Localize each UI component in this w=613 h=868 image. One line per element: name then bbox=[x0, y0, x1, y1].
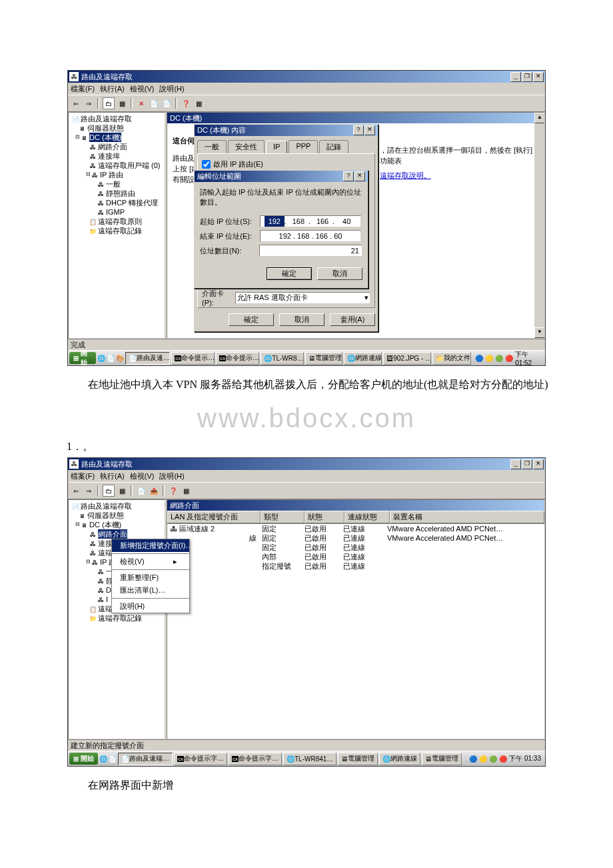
list-icon[interactable]: ▦ bbox=[117, 98, 127, 109]
task-item[interactable]: 🖼902.JPG - … bbox=[383, 352, 431, 365]
tree-item[interactable]: 遠端存取用戶端 (0) bbox=[98, 161, 161, 170]
tree-root[interactable]: 路由及遠端存取 bbox=[81, 501, 132, 511]
task-item[interactable]: 🌐網路連線 bbox=[379, 753, 420, 765]
column-header[interactable]: 類型 bbox=[261, 511, 305, 523]
menu-help[interactable]: 說明(H) bbox=[159, 84, 184, 94]
minimize-button[interactable]: _ bbox=[510, 72, 521, 82]
ctx-view[interactable]: 檢視(V)▸ bbox=[112, 555, 189, 568]
menu-file[interactable]: 檔案(F) bbox=[71, 471, 95, 481]
tree-item[interactable]: 伺服器狀態 bbox=[87, 511, 124, 520]
quick-launch-icon[interactable]: 🎨 bbox=[116, 355, 124, 362]
tree-root[interactable]: 路由及遠端存取 bbox=[81, 114, 132, 123]
scroll-up-icon[interactable]: ▲ bbox=[534, 113, 545, 123]
quick-launch-icon[interactable]: 📄 bbox=[107, 355, 115, 362]
minimize-button[interactable]: _ bbox=[510, 459, 521, 469]
tray-icon[interactable]: 🟡 bbox=[479, 755, 487, 763]
up-icon[interactable]: 🗀 bbox=[103, 485, 115, 497]
help-icon[interactable]: ❓ bbox=[168, 485, 179, 496]
list-item[interactable]: 🖧 區域連線 2固定已啟用已連線VMware Accelerated AMD P… bbox=[167, 524, 544, 533]
task-item[interactable]: 🌐TL-WR841… bbox=[283, 753, 336, 765]
tree-item[interactable]: DHCP 轉接代理 bbox=[106, 198, 158, 207]
tray-icon[interactable]: 🟡 bbox=[485, 355, 493, 362]
tree-item[interactable]: 遠端存取記錄 bbox=[98, 226, 142, 235]
tree-item[interactable]: IP 路由 bbox=[100, 170, 123, 179]
help-icon[interactable]: ❓ bbox=[181, 98, 191, 109]
tab-log[interactable]: 記錄 bbox=[319, 140, 348, 153]
menu-action[interactable]: 執行(A) bbox=[100, 471, 125, 481]
refresh-icon[interactable]: 📄 bbox=[161, 98, 172, 109]
extra-icon[interactable]: ▦ bbox=[181, 485, 191, 496]
quick-launch-icon[interactable]: 🌐 bbox=[97, 355, 105, 362]
tab-ip[interactable]: IP bbox=[266, 141, 287, 154]
count-input[interactable]: 21 bbox=[259, 245, 362, 257]
tray-icon[interactable]: 🔴 bbox=[505, 355, 513, 362]
menu-view[interactable]: 檢視(V) bbox=[130, 84, 155, 94]
back-icon[interactable]: ⇐ bbox=[71, 98, 81, 109]
task-item[interactable]: cx命令提示… bbox=[171, 352, 215, 365]
ok-button[interactable]: 確定 bbox=[267, 267, 312, 280]
tree-item[interactable]: D bbox=[106, 585, 111, 595]
chevron-down-icon[interactable]: ▾ bbox=[364, 293, 368, 302]
tray-icon[interactable]: 🔵 bbox=[469, 755, 477, 763]
tree-item[interactable]: 遠端存取原則 bbox=[98, 217, 142, 226]
export-icon[interactable]: 📤 bbox=[149, 485, 159, 496]
tray-icon[interactable]: 🟢 bbox=[495, 355, 503, 362]
start-button[interactable]: ⊞開始 bbox=[69, 753, 98, 765]
tree-item[interactable]: DC (本機) bbox=[89, 520, 121, 529]
tray-icon[interactable]: 🔵 bbox=[475, 355, 483, 362]
task-item[interactable]: 📁我的文件 bbox=[432, 352, 471, 365]
close-button[interactable]: ✕ bbox=[354, 171, 365, 181]
tree-item[interactable]: 遠端存取記錄 bbox=[98, 613, 142, 623]
task-item[interactable]: cx命令提示… bbox=[216, 352, 259, 365]
task-item[interactable]: 📄路由及遠端… bbox=[118, 753, 173, 765]
column-header[interactable]: 連線狀態 bbox=[344, 511, 390, 523]
list-icon[interactable]: ▦ bbox=[117, 485, 127, 496]
cancel-button[interactable]: 取消 bbox=[317, 267, 362, 280]
tree-item[interactable]: IGMP bbox=[106, 207, 125, 217]
cancel-button[interactable]: 取消 bbox=[279, 313, 324, 326]
tab-general[interactable]: 一般 bbox=[197, 140, 227, 153]
help-link[interactable]: 遠端存取說明。 bbox=[380, 171, 431, 179]
up-icon[interactable]: 🗀 bbox=[103, 97, 115, 109]
tree-item[interactable]: 遠端 bbox=[98, 548, 113, 557]
menu-file[interactable]: 檔案(F) bbox=[71, 84, 95, 94]
task-item[interactable]: 🌐TL-WR8… bbox=[261, 352, 303, 365]
tray-icon[interactable]: 🟢 bbox=[489, 755, 497, 763]
task-item[interactable]: 🌐網路連線 bbox=[344, 352, 382, 365]
forward-icon[interactable]: ⇒ bbox=[83, 485, 94, 496]
list-item[interactable]: 指定撥號已啟用已連線 bbox=[167, 561, 544, 571]
checkbox-enable-ip-routing[interactable] bbox=[202, 160, 211, 169]
start-ip-input[interactable]: 192. 168. 166. 40 bbox=[260, 215, 361, 227]
list-item[interactable]: 內部已啟用已連線 bbox=[167, 552, 544, 561]
task-item[interactable]: 🖥電腦管理 bbox=[305, 352, 342, 365]
ctx-export[interactable]: 匯出清單(L)… bbox=[112, 584, 189, 597]
task-item[interactable]: 🖥電腦管理 bbox=[338, 753, 378, 765]
menu-help[interactable]: 說明(H) bbox=[159, 471, 184, 481]
tree-item[interactable]: 連接 bbox=[98, 539, 113, 548]
tree-item[interactable]: 連接埠 bbox=[98, 151, 120, 161]
quick-launch-icon[interactable]: 🌐 bbox=[99, 755, 107, 763]
close-button[interactable]: ✕ bbox=[533, 459, 544, 469]
help-button[interactable]: ? bbox=[343, 171, 354, 181]
column-header[interactable]: 狀態 bbox=[305, 511, 344, 523]
close-button[interactable]: ✕ bbox=[533, 72, 544, 82]
scroll-down-icon[interactable]: ▼ bbox=[534, 327, 545, 338]
tray-icon[interactable]: 🔴 bbox=[499, 755, 507, 763]
start-button[interactable]: ⊞開始 bbox=[69, 352, 96, 364]
nic-dropdown[interactable]: 允許 RAS 選取介面卡 ▾ bbox=[235, 292, 370, 304]
forward-icon[interactable]: ⇒ bbox=[83, 98, 94, 109]
restore-button[interactable]: ❐ bbox=[522, 459, 532, 469]
menu-action[interactable]: 執行(A) bbox=[100, 84, 125, 94]
tab-ppp[interactable]: PPP bbox=[289, 140, 318, 153]
restore-button[interactable]: ❐ bbox=[522, 72, 532, 82]
help-button[interactable]: ? bbox=[353, 125, 364, 135]
ctx-help[interactable]: 說明(H) bbox=[112, 600, 189, 613]
ctx-new-dial-interface[interactable]: 新增指定撥號介面(I)… bbox=[112, 539, 189, 552]
extra-icon[interactable]: ▦ bbox=[193, 98, 204, 109]
list-item[interactable]: 線固定已啟用已連線VMware Accelerated AMD PCNet… bbox=[167, 533, 544, 543]
task-item[interactable]: 🖥電腦管理 bbox=[422, 753, 462, 765]
ok-button[interactable]: 確定 bbox=[229, 313, 274, 326]
tree-item[interactable]: I bbox=[106, 595, 108, 604]
tab-security[interactable]: 安全性 bbox=[228, 140, 265, 153]
tree-item-selected[interactable]: 網路介面 bbox=[98, 529, 127, 539]
